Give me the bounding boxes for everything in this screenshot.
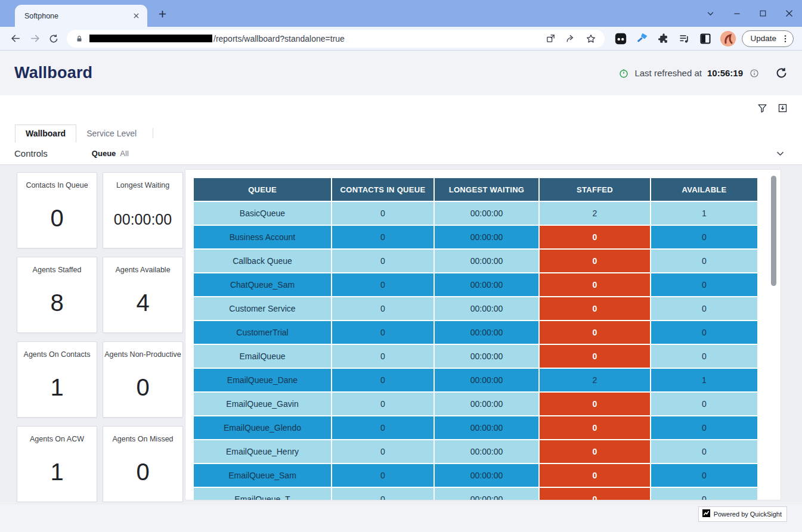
browser-tab-softphone[interactable]: Softphone: [15, 5, 147, 27]
cell-contacts-in-queue: 0: [332, 488, 433, 500]
cell-staffed: 0: [540, 297, 650, 320]
cell-contacts-in-queue: 0: [332, 297, 433, 320]
cell-longest-waiting: 00:00:00: [435, 416, 538, 439]
auto-refresh-timer-icon: [618, 68, 629, 79]
window-minimize-icon[interactable]: [733, 10, 741, 18]
table-scrollbar-thumb[interactable]: [771, 176, 776, 286]
cell-longest-waiting: 00:00:00: [435, 250, 538, 272]
cell-longest-waiting: 00:00:00: [435, 273, 538, 296]
kpi-value: 0: [50, 205, 63, 232]
window-close-icon[interactable]: [785, 9, 794, 18]
extension-axe-icon[interactable]: [636, 32, 649, 45]
kpi-card-agents-staffed: Agents Staffed8: [17, 257, 97, 333]
cell-staffed: 0: [540, 416, 650, 439]
browser-menu-icon[interactable]: [781, 34, 790, 43]
cell-contacts-in-queue: 0: [332, 226, 433, 248]
refresh-button[interactable]: [775, 67, 788, 79]
cell-staffed: 0: [540, 321, 650, 344]
kpi-value: 4: [136, 290, 149, 316]
table-row-business-account: Business Account000:00:0000: [194, 226, 757, 248]
powered-by-badge: Powered by QuickSight: [698, 506, 787, 522]
cell-available: 0: [651, 273, 757, 296]
cell-staffed: 0: [540, 250, 650, 272]
tab-close-icon[interactable]: [131, 11, 141, 21]
kpi-card-agents-on-contacts: Agents On Contacts1: [17, 341, 97, 418]
cell-contacts-in-queue: 0: [332, 440, 433, 463]
queue-table-panel: QUEUECONTACTS IN QUEUELONGEST WAITINGSTA…: [185, 169, 781, 500]
tab-search-chevron-icon[interactable]: [706, 9, 715, 18]
cell-contacts-in-queue: 0: [332, 321, 433, 344]
kpi-value: 00:00:00: [114, 211, 172, 228]
kpi-value: 1: [50, 459, 63, 486]
extension-domino-icon[interactable]: [614, 32, 627, 45]
cell-available: 0: [651, 321, 757, 344]
column-header-longest-waiting: LONGEST WAITING: [435, 178, 538, 201]
cell-queue: Business Account: [194, 226, 331, 248]
cell-staffed: 0: [540, 440, 650, 463]
table-row-callback-queue: Callback Queue000:00:0000: [194, 250, 757, 272]
extension-contrast-icon[interactable]: [699, 33, 711, 45]
reload-button[interactable]: [45, 30, 62, 47]
back-button[interactable]: [7, 30, 24, 47]
cell-queue: Customer Service: [194, 297, 331, 320]
table-row-customertrial: CustomerTrial000:00:0000: [194, 321, 757, 344]
cell-longest-waiting: 00:00:00: [435, 369, 538, 391]
share-icon[interactable]: [565, 33, 576, 44]
queue-filter-label: Queue: [92, 149, 116, 158]
controls-collapse-chevron-icon[interactable]: [775, 148, 785, 158]
forward-button[interactable]: [26, 30, 43, 47]
cell-contacts-in-queue: 0: [332, 393, 433, 415]
sheet-tab-wallboard[interactable]: Wallboard: [15, 125, 76, 142]
kpi-card-contacts-in-queue: Contacts In Queue0: [17, 172, 97, 248]
kpi-label: Agents Non-Productive: [104, 350, 181, 359]
cell-queue: EmailQueue_T: [194, 488, 331, 500]
cell-available: 0: [651, 488, 757, 500]
table-row-emailqueue-dane: EmailQueue_Dane000:00:0021: [194, 369, 757, 391]
cell-staffed: 2: [540, 202, 650, 225]
window-maximize-icon[interactable]: [759, 10, 767, 17]
controls-row: Controls Queue All: [0, 142, 802, 165]
url-bar[interactable]: /reports/wallboard?standalone=true: [67, 30, 605, 48]
cell-available: 1: [651, 369, 757, 391]
cell-longest-waiting: 00:00:00: [435, 393, 538, 415]
table-row-emailqueue-sam: EmailQueue_Sam000:00:0000: [194, 464, 757, 487]
update-button[interactable]: Update: [742, 30, 794, 47]
extensions-puzzle-icon[interactable]: [658, 33, 670, 45]
sheet-tab-bar: WallboardService Level: [0, 95, 802, 142]
last-refreshed-label: Last refreshed at: [634, 68, 702, 78]
open-in-window-icon[interactable]: [546, 33, 556, 43]
cell-queue: BasicQueue: [194, 202, 331, 225]
cell-queue: EmailQueue_Glendo: [194, 416, 331, 439]
bookmark-star-icon[interactable]: [586, 33, 596, 44]
export-icon[interactable]: [778, 103, 788, 113]
column-header-available: AVAILABLE: [651, 178, 757, 201]
new-tab-button[interactable]: [155, 7, 169, 21]
kpi-card-agents-non-productive: Agents Non-Productive0: [103, 341, 183, 418]
cell-longest-waiting: 00:00:00: [435, 440, 538, 463]
table-row-emailqueue-t: EmailQueue_T000:00:0000: [194, 488, 757, 500]
extension-playlist-icon[interactable]: [679, 33, 690, 45]
cell-queue: EmailQueue_Sam: [194, 464, 331, 487]
sheet-tab-service-level[interactable]: Service Level: [76, 125, 147, 142]
queue-filter[interactable]: Queue All: [92, 149, 129, 158]
cell-queue: CustomerTrial: [194, 321, 331, 344]
table-row-emailqueue-glendo: EmailQueue_Glendo000:00:0000: [194, 416, 757, 439]
profile-avatar[interactable]: [720, 31, 736, 46]
table-row-emailqueue-henry: EmailQueue_Henry000:00:0000: [194, 440, 757, 463]
cell-staffed: 0: [540, 488, 650, 500]
kpi-card-agents-available: Agents Available4: [103, 257, 183, 333]
cell-queue: EmailQueue_Gavin: [194, 393, 331, 415]
controls-label: Controls: [14, 148, 48, 158]
info-icon[interactable]: [750, 69, 759, 78]
cell-available: 0: [651, 226, 757, 248]
kpi-value: 1: [50, 374, 63, 401]
dashboard-canvas: Contacts In Queue0Longest Waiting00:00:0…: [0, 165, 802, 503]
filter-icon[interactable]: [757, 103, 767, 113]
lock-icon[interactable]: [75, 35, 83, 43]
cell-longest-waiting: 00:00:00: [435, 464, 538, 487]
table-row-emailqueue-gavin: EmailQueue_Gavin000:00:0000: [194, 393, 757, 415]
kpi-label: Agents Available: [115, 266, 170, 274]
cell-available: 0: [651, 297, 757, 320]
redacted-domain: [89, 35, 212, 42]
cell-longest-waiting: 00:00:00: [435, 321, 538, 344]
